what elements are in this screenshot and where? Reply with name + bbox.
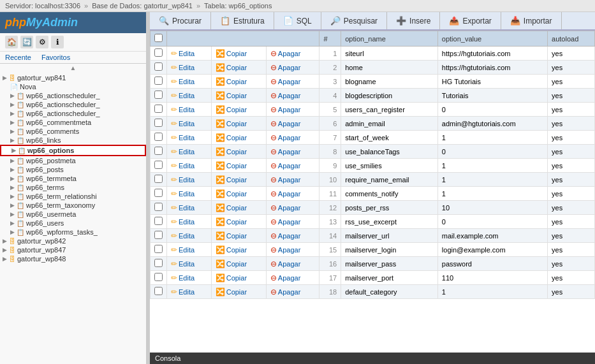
delete-button[interactable]: ⊖ Apagar bbox=[270, 245, 300, 254]
home-icon[interactable]: 🏠 bbox=[5, 36, 18, 48]
sidebar-item-wp66_commentmeta[interactable]: ▶📋wp66_commentmeta bbox=[0, 118, 146, 127]
sidebar-item-wp66_users[interactable]: ▶📋wp66_users bbox=[0, 219, 146, 228]
edit-button[interactable]: ✏ Edita bbox=[171, 63, 195, 72]
copy-button[interactable]: 🔀 Copiar bbox=[216, 119, 247, 128]
info-icon[interactable]: ℹ bbox=[51, 36, 64, 48]
tab-exportar[interactable]: 📤Exportar bbox=[440, 12, 501, 29]
row-checkbox[interactable] bbox=[154, 273, 163, 281]
delete-button[interactable]: ⊖ Apagar bbox=[270, 147, 300, 156]
refresh-icon[interactable]: 🔄 bbox=[20, 36, 33, 48]
sidebar-item-wp66_comments[interactable]: ▶📋wp66_comments bbox=[0, 127, 146, 136]
tab-sql[interactable]: 📄SQL bbox=[274, 12, 321, 29]
row-checkbox[interactable] bbox=[154, 133, 163, 141]
row-checkbox[interactable] bbox=[154, 189, 163, 197]
favorites-tab[interactable]: Favoritos bbox=[36, 52, 75, 63]
sidebar-item-wp66_terms[interactable]: ▶📋wp66_terms bbox=[0, 183, 146, 192]
edit-button[interactable]: ✏ Edita bbox=[171, 175, 195, 184]
sidebar-item-wp66_wpforms_tasks_[interactable]: ▶📋wp66_wpforms_tasks_ bbox=[0, 228, 146, 237]
delete-button[interactable]: ⊖ Apagar bbox=[270, 63, 300, 72]
row-checkbox[interactable] bbox=[154, 91, 163, 99]
select-all-checkbox[interactable] bbox=[154, 34, 163, 42]
server-link[interactable]: Servidor: localhost:3306 bbox=[5, 2, 80, 10]
sidebar-item-wp66_actionscheduler3[interactable]: ▶📋wp66_actionscheduler_ bbox=[0, 109, 146, 118]
edit-button[interactable]: ✏ Edita bbox=[171, 189, 195, 198]
edit-button[interactable]: ✏ Edita bbox=[171, 203, 195, 212]
database-link[interactable]: Base de Dados: gatortur_wp841 bbox=[92, 2, 193, 10]
row-checkbox[interactable] bbox=[154, 287, 163, 295]
row-checkbox[interactable] bbox=[154, 245, 163, 253]
edit-button[interactable]: ✏ Edita bbox=[171, 259, 195, 268]
delete-button[interactable]: ⊖ Apagar bbox=[270, 77, 300, 86]
copy-button[interactable]: 🔀 Copiar bbox=[216, 273, 247, 282]
delete-button[interactable]: ⊖ Apagar bbox=[270, 273, 300, 282]
tab-pesquisar[interactable]: 🔎Pesquisar bbox=[321, 12, 387, 29]
row-checkbox[interactable] bbox=[154, 105, 163, 113]
sidebar-item-wp66_actionscheduler1[interactable]: ▶📋wp66_actionscheduler_ bbox=[0, 91, 146, 100]
delete-button[interactable]: ⊖ Apagar bbox=[270, 288, 300, 296]
sidebar-item-gatortur_wp841[interactable]: ▶🗄gatortur_wp841 bbox=[0, 73, 146, 82]
sidebar-item-wp66_usermeta[interactable]: ▶📋wp66_usermeta bbox=[0, 210, 146, 219]
edit-button[interactable]: ✏ Edita bbox=[171, 231, 195, 240]
edit-button[interactable]: ✏ Edita bbox=[171, 133, 195, 142]
delete-button[interactable]: ⊖ Apagar bbox=[270, 259, 300, 268]
edit-button[interactable]: ✏ Edita bbox=[171, 147, 195, 156]
console-label[interactable]: Consola bbox=[155, 354, 180, 362]
row-checkbox[interactable] bbox=[154, 76, 163, 85]
edit-button[interactable]: ✏ Edita bbox=[171, 49, 195, 58]
delete-button[interactable]: ⊖ Apagar bbox=[270, 91, 300, 100]
copy-button[interactable]: 🔀 Copiar bbox=[216, 217, 247, 226]
delete-button[interactable]: ⊖ Apagar bbox=[270, 203, 300, 212]
row-checkbox[interactable] bbox=[154, 62, 163, 71]
sidebar-item-gatortur_wp842[interactable]: ▶🗄gatortur_wp842 bbox=[0, 237, 146, 245]
tab-estrutura[interactable]: 📋Estrutura bbox=[211, 12, 274, 29]
delete-button[interactable]: ⊖ Apagar bbox=[270, 105, 300, 114]
delete-button[interactable]: ⊖ Apagar bbox=[270, 217, 300, 226]
tab-procurar[interactable]: 🔍Procurar bbox=[150, 12, 211, 29]
copy-button[interactable]: 🔀 Copiar bbox=[216, 203, 247, 212]
edit-button[interactable]: ✏ Edita bbox=[171, 77, 195, 86]
copy-button[interactable]: 🔀 Copiar bbox=[216, 49, 247, 58]
copy-button[interactable]: 🔀 Copiar bbox=[216, 175, 247, 184]
sidebar-item-wp66_posts[interactable]: ▶📋wp66_posts bbox=[0, 165, 146, 174]
delete-button[interactable]: ⊖ Apagar bbox=[270, 133, 300, 142]
edit-button[interactable]: ✏ Edita bbox=[171, 245, 195, 254]
tab-importar[interactable]: 📥Importar bbox=[501, 12, 562, 29]
delete-button[interactable]: ⊖ Apagar bbox=[270, 49, 300, 58]
edit-button[interactable]: ✏ Edita bbox=[171, 91, 195, 100]
copy-button[interactable]: 🔀 Copiar bbox=[216, 259, 247, 268]
row-checkbox[interactable] bbox=[154, 203, 163, 211]
delete-button[interactable]: ⊖ Apagar bbox=[270, 119, 300, 128]
delete-button[interactable]: ⊖ Apagar bbox=[270, 231, 300, 240]
row-checkbox[interactable] bbox=[154, 48, 163, 57]
settings-icon[interactable]: ⚙ bbox=[36, 36, 48, 48]
sidebar-item-wp66_options[interactable]: ▶📋wp66_options bbox=[0, 145, 146, 156]
sidebar-item-wp66_links[interactable]: ▶📋wp66_links bbox=[0, 136, 146, 145]
copy-button[interactable]: 🔀 Copiar bbox=[216, 161, 247, 170]
copy-button[interactable]: 🔀 Copiar bbox=[216, 231, 247, 240]
row-checkbox[interactable] bbox=[154, 175, 163, 183]
edit-button[interactable]: ✏ Edita bbox=[171, 161, 195, 170]
copy-button[interactable]: 🔀 Copiar bbox=[216, 77, 247, 86]
edit-button[interactable]: ✏ Edita bbox=[171, 119, 195, 128]
copy-button[interactable]: 🔀 Copiar bbox=[216, 133, 247, 142]
delete-button[interactable]: ⊖ Apagar bbox=[270, 189, 300, 198]
delete-button[interactable]: ⊖ Apagar bbox=[270, 161, 300, 170]
copy-button[interactable]: 🔀 Copiar bbox=[216, 63, 247, 72]
copy-button[interactable]: 🔀 Copiar bbox=[216, 91, 247, 100]
row-checkbox[interactable] bbox=[154, 119, 163, 127]
copy-button[interactable]: 🔀 Copiar bbox=[216, 105, 247, 114]
row-checkbox[interactable] bbox=[154, 217, 163, 225]
sidebar-item-nova[interactable]: 📄Nova bbox=[0, 82, 146, 91]
sidebar-item-wp66_term_taxonomy[interactable]: ▶📋wp66_term_taxonomy bbox=[0, 201, 146, 210]
delete-button[interactable]: ⊖ Apagar bbox=[270, 175, 300, 184]
row-checkbox[interactable] bbox=[154, 231, 163, 239]
sidebar-item-gatortur_wp848[interactable]: ▶🗄gatortur_wp848 bbox=[0, 254, 146, 263]
row-checkbox[interactable] bbox=[154, 147, 163, 155]
sidebar-item-gatortur_wp847[interactable]: ▶🗄gatortur_wp847 bbox=[0, 245, 146, 254]
copy-button[interactable]: 🔀 Copiar bbox=[216, 189, 247, 198]
copy-button[interactable]: 🔀 Copiar bbox=[216, 245, 247, 254]
sidebar-item-wp66_termmeta[interactable]: ▶📋wp66_termmeta bbox=[0, 174, 146, 183]
edit-button[interactable]: ✏ Edita bbox=[171, 105, 195, 114]
sidebar-item-wp66_postmeta[interactable]: ▶📋wp66_postmeta bbox=[0, 156, 146, 165]
edit-button[interactable]: ✏ Edita bbox=[171, 288, 195, 296]
